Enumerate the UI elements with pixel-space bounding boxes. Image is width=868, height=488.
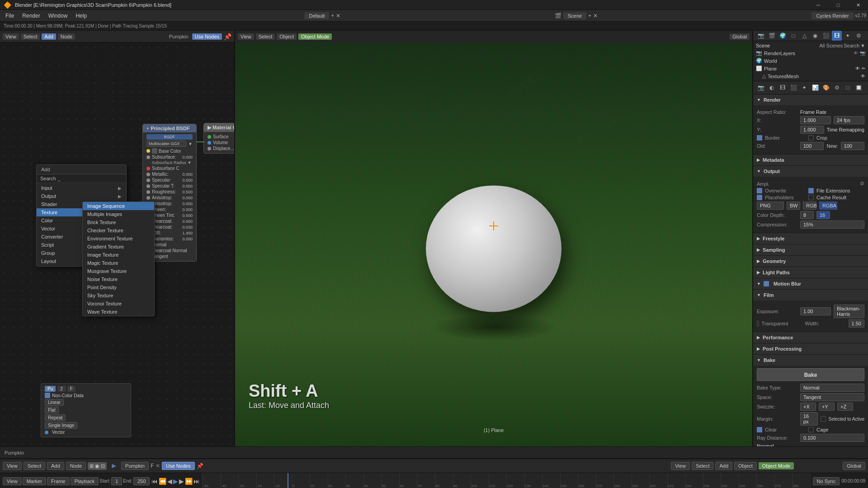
sel-to-active-cb[interactable] [821,416,826,422]
node-canvas[interactable]: ● Principled BSDF BSDF Multiscatter GGX … [0,42,234,446]
next-frame-btn[interactable]: ⏩ [185,478,193,485]
render-icon-4[interactable]: ⬛ [788,83,798,93]
timeline-marker-btn[interactable]: Marker [23,477,46,485]
bake-type-field[interactable]: Normal [800,384,864,392]
bake-button[interactable]: Bake [757,368,864,381]
placeholders-cb[interactable] [757,195,762,200]
render-icon-2[interactable]: ◐ [767,83,777,93]
view-mode-icons[interactable]: ⊞ ◉ ⊡ [88,462,107,470]
menu-item-render[interactable]: Render [19,12,43,20]
timeline-frame-btn[interactable]: Frame [47,477,70,485]
space-field[interactable]: Tangent [800,393,864,401]
ctx-input[interactable]: Input ▶ [37,184,126,192]
menu-item-help[interactable]: Help [72,12,90,20]
bake-header[interactable]: ▼ Bake [753,355,868,366]
timeline-ruler[interactable]: -50 -40 -30 -20 -10 0 10 20 30 40 50 60 … [202,473,811,488]
sub-image-sequence[interactable]: Image Sequence [83,202,154,210]
timeline-view-btn[interactable]: View [3,477,22,485]
rp-render-icon[interactable]: 🎞 [832,31,842,41]
vp-view-btn-b[interactable]: View [671,462,690,470]
menu-item-window[interactable]: Window [45,12,71,20]
sub-checker-texture[interactable]: Checker Texture [83,226,154,235]
ampl-settings-icon[interactable]: ⚙ [860,181,864,187]
play-icon[interactable]: ► [110,462,118,470]
new-field[interactable]: 100 [841,142,864,150]
crop-checkbox[interactable] [808,135,814,141]
render-icon-8[interactable]: ⚙ [832,83,842,93]
rp-object-icon[interactable]: □ [788,31,798,41]
maximize-button[interactable]: □ [828,0,848,10]
vp-object-btn-b[interactable]: Object [734,462,757,470]
jump-start-btn[interactable]: ⏮ [151,478,158,485]
minimize-button[interactable]: ─ [808,0,828,10]
search-btn[interactable]: Search [844,43,859,48]
menu-item-file[interactable]: File [2,12,18,20]
scene-item-renderlayers[interactable]: 📷 RenderLayers 👁 📷 [753,49,868,57]
engine-selector[interactable]: Cycles Render [811,12,853,19]
x-field[interactable]: 1.000 [800,116,831,124]
swizzle-x-field[interactable]: +X [800,403,816,411]
y-field[interactable]: 1.000 [800,126,824,134]
add-btn[interactable]: Add [42,33,56,40]
timeline-playback-btn[interactable]: Playback [71,477,99,485]
all-scenes-btn[interactable]: All Scenes [819,43,843,48]
sub-gradient-texture[interactable]: Gradient Texture [83,243,154,251]
frame-add-icon[interactable]: F [151,463,154,469]
sub-voronoi-texture[interactable]: Voronoi Texture [83,300,154,308]
pin-icon[interactable]: 📌 [197,463,203,469]
use-nodes-btn[interactable]: Use Nodes [192,33,222,40]
render-section-header[interactable]: ▼ Render [753,94,868,105]
render-icon-1[interactable]: 📷 [756,83,766,93]
bw-field[interactable]: BW [787,202,800,210]
sub-sky-texture[interactable]: Sky Texture [83,291,154,300]
scene-item-texturedmesh[interactable]: △ TexturedMesh 👁 [753,72,868,80]
linear-dropdown[interactable]: Linear [45,399,64,406]
rp-mesh-icon[interactable]: △ [799,31,809,41]
geometry-header[interactable]: ▶ Geometry [753,256,868,267]
render-icon-5[interactable]: ✦ [799,83,809,93]
next-key-btn[interactable]: ▶ [179,478,184,485]
cache-result-cb[interactable] [808,195,814,200]
motion-blur-cb[interactable] [764,281,769,286]
rp-camera-icon[interactable]: 📷 [756,31,766,41]
exposure-field[interactable]: 1.00 [800,307,831,315]
start-field[interactable]: 1 [111,477,122,485]
rp-particle-icon[interactable]: ✦ [843,31,853,41]
width-field[interactable]: 1.50 [849,319,864,328]
pinned-icon[interactable]: 📌 [224,33,231,40]
render-icon-6[interactable]: 📊 [810,83,820,93]
render-icon-10[interactable]: 🔲 [854,83,863,93]
sub-image-texture[interactable]: Image Texture [83,251,154,259]
output-header[interactable]: ▼ Output [753,166,868,177]
vp-view-btn[interactable]: View [238,33,254,40]
prev-frame-btn[interactable]: ⏪ [159,478,166,485]
rgba-field[interactable]: RGBA [819,202,837,210]
vp-object-btn[interactable]: Object [277,33,297,40]
scene-item-world[interactable]: 🌍 World [753,57,868,65]
motion-blur-header[interactable]: ▼ Motion Blur [753,278,868,289]
rp-scene-icon[interactable]: 🎬 [767,31,777,41]
prev-key-btn[interactable]: ◀ [167,478,172,485]
search-field[interactable]: Search _ [37,174,126,183]
post-processing-header[interactable]: ▶ Post Processing [753,343,868,354]
end-field[interactable]: 250 [133,477,150,485]
film-header[interactable]: ▼ Film [753,290,868,300]
play-btn[interactable]: ▶ [173,478,178,485]
repeat-dropdown[interactable]: Repeat [45,414,66,421]
filter-icon[interactable]: ▼ [860,43,865,48]
sub-musgrave-texture[interactable]: Musgrave Texture [83,267,154,275]
rp-world-icon[interactable]: 🌍 [778,31,788,41]
sub-brick-texture[interactable]: Brick Texture [83,218,154,226]
view-btn-bottom[interactable]: View [3,462,22,470]
format-field[interactable]: PNG [757,202,784,210]
plane-vis-icon[interactable]: 👁 [855,66,860,71]
rgb-field[interactable]: RGB [803,202,816,210]
render-icon-7[interactable]: 🎨 [821,83,831,93]
bh-field[interactable]: Blackman-Harris [834,305,864,318]
ctx-output[interactable]: Output ▶ [37,192,126,200]
freestyle-header[interactable]: ▶ Freestyle [753,233,868,244]
plane-edit-icon[interactable]: ✏ [862,66,865,71]
sub-magic-texture[interactable]: Magic Texture [83,259,154,267]
transparent-cb[interactable] [757,321,759,326]
shader-dropdown[interactable]: Multiscatter GGX [146,141,186,147]
